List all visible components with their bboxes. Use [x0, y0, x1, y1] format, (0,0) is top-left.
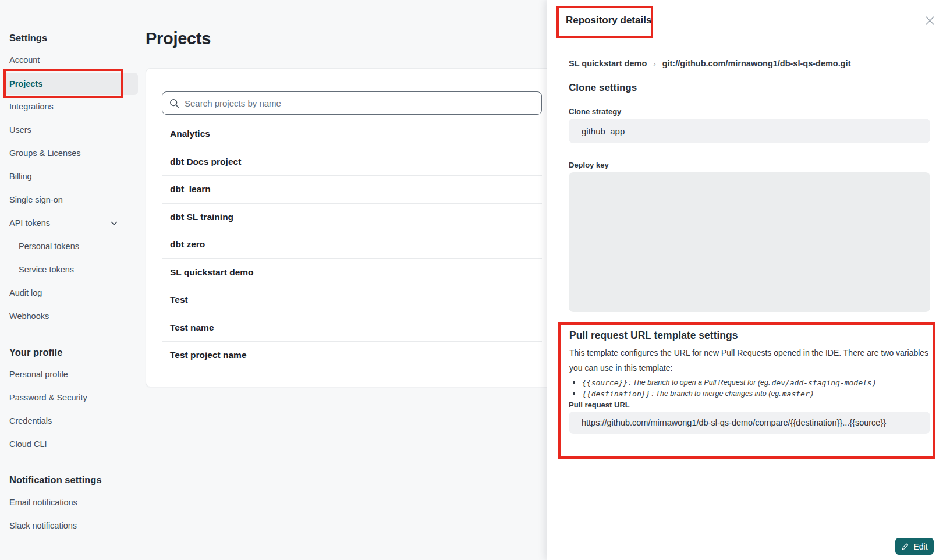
clone-settings-heading: Clone settings: [569, 82, 637, 94]
project-row[interactable]: Analytics: [162, 120, 542, 148]
sidebar-item-billing[interactable]: Billing: [9, 172, 32, 181]
pull-request-url-field: https://github.com/mirnawong1/db-sl-qs-d…: [569, 412, 930, 434]
sidebar-item-personal-profile[interactable]: Personal profile: [9, 370, 68, 379]
pencil-icon: [901, 543, 909, 551]
breadcrumb-separator-icon: ›: [653, 59, 655, 68]
sidebar-item-webhooks[interactable]: Webhooks: [9, 311, 49, 321]
deploy-key-label: Deploy key: [569, 161, 609, 169]
clone-strategy-value: github_app: [582, 126, 625, 136]
sidebar-item-email-notifications[interactable]: Email notifications: [9, 498, 77, 507]
project-row[interactable]: Test: [162, 286, 542, 314]
breadcrumb: SL quickstart demo › git://github.com/mi…: [569, 59, 850, 68]
pr-variable-bullet-source: {{source}} : The branch to open a Pull R…: [573, 377, 877, 388]
breadcrumb-project[interactable]: SL quickstart demo: [569, 59, 647, 68]
sidebar-heading-your-profile: Your profile: [9, 347, 62, 358]
sidebar-item-integrations[interactable]: Integrations: [9, 102, 54, 111]
pr-variable-text: : The branch to open a Pull Request for …: [629, 378, 770, 387]
sidebar-item-service-tokens[interactable]: Service tokens: [19, 265, 74, 274]
edit-button-label: Edit: [913, 542, 927, 551]
project-search[interactable]: [162, 91, 542, 115]
project-row[interactable]: dbt_learn: [162, 175, 542, 203]
sidebar-item-account[interactable]: Account: [9, 55, 40, 65]
project-row[interactable]: dbt SL training: [162, 203, 542, 231]
panel-footer-divider: [547, 530, 943, 530]
pr-variable-example: master: [782, 389, 810, 398]
project-row[interactable]: Test project name: [162, 341, 542, 369]
breadcrumb-repo-url: git://github.com/mirnawong1/db-sl-qs-dem…: [662, 59, 851, 68]
pr-variable-example: dev/add-staging-models: [771, 378, 871, 387]
sidebar-item-cloud-cli[interactable]: Cloud CLI: [9, 440, 47, 449]
pr-variable-code: {{source}}: [582, 378, 628, 387]
deploy-key-field: [569, 172, 930, 312]
sidebar-item-credentials[interactable]: Credentials: [9, 416, 52, 426]
sidebar-item-password-security[interactable]: Password & Security: [9, 393, 87, 402]
sidebar-item-audit-log[interactable]: Audit log: [9, 288, 42, 297]
search-icon: [169, 98, 179, 108]
sidebar-item-groups-licenses[interactable]: Groups & Licenses: [9, 148, 81, 158]
pull-request-url-label: Pull request URL: [569, 400, 630, 409]
edit-button[interactable]: Edit: [895, 538, 934, 555]
clone-strategy-field: github_app: [569, 119, 930, 143]
sidebar-item-single-sign-on[interactable]: Single sign-on: [9, 195, 63, 204]
sidebar-item-api-tokens[interactable]: API tokens: [9, 218, 50, 228]
sidebar-item-projects[interactable]: Projects: [9, 79, 42, 88]
pr-variable-bullet-destination: {{destination}} : The branch to merge ch…: [573, 388, 814, 399]
sidebar-heading-settings: Settings: [9, 33, 47, 44]
sidebar-item-users[interactable]: Users: [9, 125, 31, 134]
bullet-dot: [573, 381, 575, 384]
pr-variable-text-end: ): [811, 389, 813, 398]
page-title: Projects: [146, 29, 211, 48]
project-list: Analytics dbt Docs project dbt_learn dbt…: [162, 120, 542, 369]
sidebar-heading-notification-settings: Notification settings: [9, 474, 102, 485]
pr-variable-text-end: ): [873, 378, 875, 387]
project-row[interactable]: dbt Docs project: [162, 148, 542, 176]
search-input[interactable]: [185, 98, 534, 108]
pr-variable-text: : The branch to merge changes into (eg.: [651, 389, 781, 398]
clone-strategy-label: Clone strategy: [569, 107, 621, 116]
pull-request-url-value: https://github.com/mirnawong1/db-sl-qs-d…: [582, 418, 886, 427]
project-row[interactable]: Test name: [162, 314, 542, 342]
pull-request-settings-heading: Pull request URL template settings: [569, 329, 738, 342]
settings-sidebar: Settings Account Projects Integrations U…: [0, 0, 143, 560]
project-row[interactable]: SL quickstart demo: [162, 258, 542, 286]
panel-header-divider: [547, 45, 943, 45]
chevron-down-icon[interactable]: [110, 219, 118, 230]
panel-title: Repository details: [566, 15, 651, 26]
sidebar-item-personal-tokens[interactable]: Personal tokens: [19, 242, 79, 251]
pull-request-description: This template configures the URL for new…: [569, 345, 935, 375]
sidebar-item-slack-notifications[interactable]: Slack notifications: [9, 521, 77, 530]
project-row[interactable]: dbt zero: [162, 231, 542, 258]
close-icon[interactable]: [923, 14, 936, 27]
repository-details-panel: Repository details SL quickstart demo › …: [547, 0, 943, 560]
projects-card: Analytics dbt Docs project dbt_learn dbt…: [146, 68, 553, 387]
pr-variable-code: {{destination}}: [582, 389, 650, 398]
bullet-dot: [573, 392, 575, 395]
